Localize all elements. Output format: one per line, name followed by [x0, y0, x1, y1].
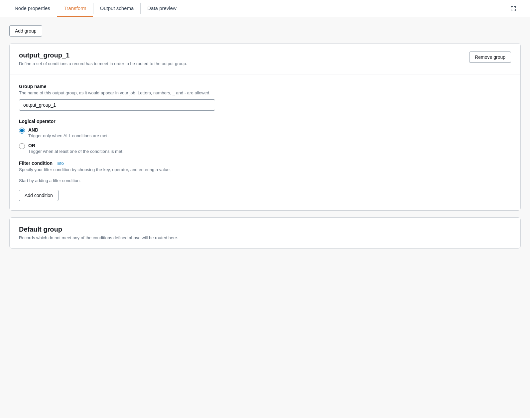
group-card-body: Group name The name of this output group…: [10, 74, 520, 210]
group-card-header: output_group_1 Define a set of condition…: [10, 44, 520, 74]
tab-bar: Node properties Transform Output schema …: [0, 0, 530, 17]
remove-group-button[interactable]: Remove group: [469, 52, 511, 63]
radio-or-label: OR: [28, 143, 123, 148]
radio-and-input[interactable]: [19, 128, 25, 134]
tab-node-properties[interactable]: Node properties: [8, 0, 57, 17]
group-header-text: output_group_1 Define a set of condition…: [19, 52, 187, 66]
tab-transform[interactable]: Transform: [57, 0, 93, 17]
default-group-title: Default group: [19, 226, 511, 233]
filter-header: Filter condition Info: [19, 160, 511, 166]
expand-button[interactable]: [505, 0, 522, 17]
radio-and-text: AND Trigger only when ALL conditions are…: [28, 127, 109, 138]
filter-condition-hint: Specify your filter condition by choosin…: [19, 167, 511, 172]
radio-group: AND Trigger only when ALL conditions are…: [19, 127, 511, 154]
add-group-button[interactable]: Add group: [9, 25, 42, 37]
tab-output-schema[interactable]: Output schema: [93, 0, 141, 17]
radio-or-input[interactable]: [19, 143, 25, 149]
tab-data-preview[interactable]: Data preview: [141, 0, 183, 17]
group-subtitle: Define a set of conditions a record has …: [19, 61, 187, 66]
radio-and-option[interactable]: AND Trigger only when ALL conditions are…: [19, 127, 511, 138]
group-name-input[interactable]: [19, 99, 215, 111]
group-card: output_group_1 Define a set of condition…: [9, 43, 521, 211]
filter-info-link[interactable]: Info: [57, 161, 64, 166]
filter-section: Filter condition Info Specify your filte…: [19, 160, 511, 201]
group-name-hint: The name of this output group, as it wou…: [19, 90, 511, 95]
logical-operator-label: Logical operator: [19, 119, 511, 124]
add-condition-button[interactable]: Add condition: [19, 190, 59, 201]
radio-and-label: AND: [28, 127, 109, 133]
expand-icon: [510, 5, 517, 12]
group-name-field: Group name The name of this output group…: [19, 84, 511, 111]
radio-or-desc: Trigger when at least one of the conditi…: [28, 149, 123, 154]
main-content: Add group output_group_1 Define a set of…: [0, 17, 530, 418]
radio-or-text: OR Trigger when at least one of the cond…: [28, 143, 123, 154]
filter-condition-label: Filter condition: [19, 160, 53, 166]
group-name-label: Group name: [19, 84, 511, 89]
group-title: output_group_1: [19, 52, 187, 59]
logical-operator-section: Logical operator AND Trigger only when A…: [19, 119, 511, 154]
filter-empty-text: Start by adding a filter condition.: [19, 178, 511, 183]
default-group-card: Default group Records which do not meet …: [9, 217, 521, 249]
radio-or-option[interactable]: OR Trigger when at least one of the cond…: [19, 143, 511, 154]
default-group-subtitle: Records which do not meet any of the con…: [19, 235, 511, 240]
radio-and-desc: Trigger only when ALL conditions are met…: [28, 133, 109, 138]
